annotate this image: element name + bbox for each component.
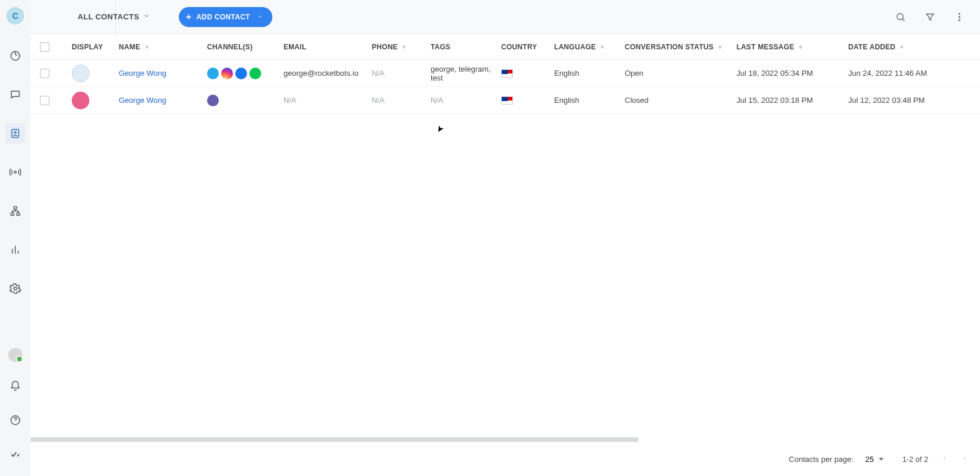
cell-date-added: Jul 12, 2022 03:48 PM (848, 96, 960, 105)
contacts-table: DISPLAY NAME CHANNEL(S) EMAIL PHONE TAGS… (31, 34, 980, 442)
cell-tags: george, telegram, test (431, 65, 501, 82)
next-page-button[interactable] (961, 455, 968, 464)
sort-icon (798, 44, 804, 50)
horizontal-scrollbar[interactable] (31, 437, 980, 442)
nav-checklist[interactable] (5, 444, 25, 464)
select-all-checkbox[interactable] (40, 42, 49, 52)
col-phone[interactable]: PHONE (372, 43, 431, 51)
nav-notifications[interactable] (5, 376, 25, 396)
ln-icon (249, 68, 261, 79)
nav-reports[interactable] (5, 240, 25, 260)
chevron-down-icon (143, 12, 150, 21)
ig-icon (221, 68, 233, 79)
col-language[interactable]: LANGUAGE (554, 43, 625, 51)
contact-name-link[interactable]: George Wong (119, 96, 207, 105)
col-name[interactable]: NAME (119, 43, 207, 51)
svg-point-2 (14, 132, 16, 133)
cell-language: English (554, 96, 625, 105)
cell-phone: N/A (372, 69, 431, 78)
svg-rect-5 (11, 213, 14, 215)
workspace-avatar[interactable]: C (6, 7, 24, 25)
svg-point-11 (959, 16, 960, 17)
current-user-avatar[interactable] (8, 348, 22, 362)
contact-avatar (72, 92, 89, 109)
col-tags[interactable]: TAGS (431, 43, 501, 51)
pagination-footer: Contacts per page: 25 1-2 of 2 (31, 442, 980, 476)
flag-icon (501, 69, 513, 78)
flag-icon (501, 96, 513, 105)
contact-avatar (72, 65, 89, 82)
col-display[interactable]: DISPLAY (72, 43, 119, 51)
cell-phone: N/A (372, 96, 431, 105)
nav-broadcast[interactable] (5, 162, 25, 182)
col-channels[interactable]: CHANNEL(S) (207, 43, 284, 51)
segment-dropdown[interactable]: ALL CONTACTS (78, 12, 150, 21)
add-contact-label: ADD CONTACT (196, 13, 251, 21)
channel-icons (207, 95, 284, 106)
page-range: 1-2 of 2 (902, 455, 928, 464)
more-menu-button[interactable] (953, 11, 966, 24)
col-conv-status[interactable]: CONVERSATION STATUS (625, 43, 736, 51)
sort-icon (144, 44, 150, 50)
chevron-down-icon (257, 13, 263, 21)
svg-point-9 (897, 14, 904, 20)
contact-name-link[interactable]: George Wong (119, 69, 207, 78)
search-button[interactable] (894, 11, 907, 24)
add-contact-button[interactable]: + ADD CONTACT (179, 7, 272, 27)
svg-rect-4 (14, 207, 17, 209)
table-header-row: DISPLAY NAME CHANNEL(S) EMAIL PHONE TAGS… (31, 34, 980, 60)
cell-tags: N/A (431, 96, 501, 105)
col-country[interactable]: COUNTRY (501, 43, 554, 51)
table-row[interactable]: George WongN/AN/AN/AEnglishClosedJul 15,… (31, 87, 980, 114)
col-last-message[interactable]: LAST MESSAGE (736, 43, 848, 51)
svg-point-12 (959, 19, 960, 21)
col-date-added[interactable]: DATE ADDED (848, 43, 960, 51)
row-checkbox[interactable] (40, 96, 49, 105)
sort-icon (599, 44, 605, 50)
table-row[interactable]: George Wonggeorge@rocketbots.ioN/Ageorge… (31, 60, 980, 87)
cell-last-message: Jul 18, 2022 05:34 PM (736, 69, 848, 78)
svg-point-3 (14, 171, 16, 173)
tg-icon (207, 68, 219, 79)
cell-email: N/A (284, 96, 372, 105)
nav-settings[interactable] (5, 279, 25, 299)
cell-status: Closed (625, 96, 736, 105)
cell-status: Open (625, 69, 736, 78)
svg-point-10 (959, 13, 960, 14)
nav-help[interactable] (5, 410, 25, 430)
svg-point-7 (14, 287, 17, 290)
prev-page-button[interactable] (941, 455, 948, 464)
svg-rect-6 (17, 213, 20, 215)
sort-icon (401, 44, 407, 50)
sort-icon (899, 44, 905, 50)
nav-workflows[interactable] (5, 201, 25, 221)
per-page-select[interactable]: 25 (863, 452, 886, 466)
cell-language: English (554, 69, 625, 78)
fb-icon (235, 68, 247, 79)
row-checkbox[interactable] (40, 69, 49, 78)
nav-dashboard[interactable] (5, 46, 25, 66)
channel-icons (207, 68, 284, 79)
cell-date-added: Jun 24, 2022 11:46 AM (848, 69, 960, 78)
left-sidebar: C (0, 0, 31, 476)
topbar: ALL CONTACTS + ADD CONTACT (31, 0, 980, 34)
per-page-label: Contacts per page: (789, 455, 854, 464)
segment-label: ALL CONTACTS (78, 12, 139, 21)
filter-button[interactable] (924, 11, 936, 24)
cell-last-message: Jul 15, 2022 03:18 PM (736, 96, 848, 105)
cell-email: george@rocketbots.io (284, 69, 372, 78)
nav-contacts[interactable] (5, 123, 25, 143)
nav-inbox[interactable] (5, 85, 25, 105)
vb-icon (207, 95, 219, 106)
col-email[interactable]: EMAIL (284, 43, 372, 51)
sort-icon (717, 44, 723, 50)
